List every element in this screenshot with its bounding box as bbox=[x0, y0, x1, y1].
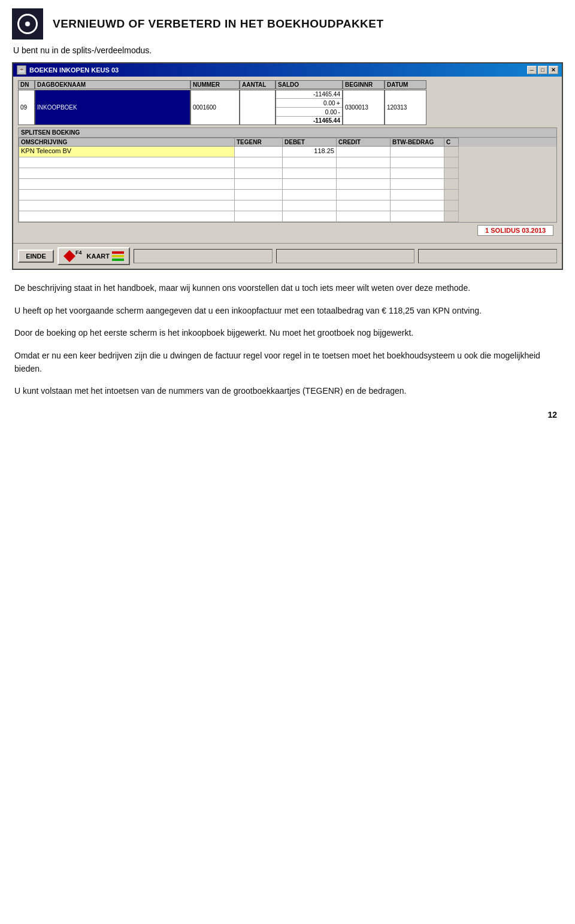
sr-c-4 bbox=[444, 190, 459, 200]
solidus-line: 1 SOLIDUS 03.2013 bbox=[18, 223, 557, 238]
col-header-dagboeknaam: DAGBOEKNAAM bbox=[35, 80, 190, 89]
field-dagboeknaam[interactable]: INKOOPBOEK bbox=[35, 90, 190, 125]
sr-credit-0[interactable] bbox=[336, 147, 390, 157]
page-number-container: 12 bbox=[0, 410, 575, 420]
dialog-body: DN DAGBOEKNAAM NUMMER AANTAL SALDO bbox=[13, 77, 562, 243]
sr-credit-3[interactable] bbox=[336, 179, 390, 190]
subtitle: U bent nu in de splits-/verdeelmodus. bbox=[12, 45, 563, 55]
sr-credit-6[interactable] bbox=[336, 211, 390, 222]
sr-btw-6[interactable] bbox=[390, 211, 444, 222]
splitsen-col-credit: CREDIT bbox=[336, 138, 390, 147]
einde-button[interactable]: EINDE bbox=[18, 250, 54, 263]
page-title: VERNIEUWD OF VERBETERD IN HET BOEKHOUDPA… bbox=[53, 17, 384, 31]
sr-credit-2[interactable] bbox=[336, 168, 390, 179]
sr-btw-3[interactable] bbox=[390, 179, 444, 190]
page-header: VERNIEUWD OF VERBETERD IN HET BOEKHOUDPA… bbox=[0, 0, 575, 45]
dialog-footer: EINDE F4 KAART bbox=[13, 243, 562, 269]
saldo-minus-row: 0.00 - bbox=[276, 108, 342, 117]
saldo-total: -11465.44 bbox=[276, 117, 342, 124]
main-content: U bent nu in de splits-/verdeelmodus. ☕ … bbox=[0, 45, 575, 398]
sr-debet-6[interactable] bbox=[282, 211, 336, 222]
spacer-1 bbox=[134, 249, 273, 263]
splitsen-row-5 bbox=[19, 200, 556, 211]
f4-label: F4 bbox=[75, 250, 82, 256]
field-nummer[interactable]: 0001600 bbox=[190, 90, 240, 125]
splitsen-col-btw: BTW-BEDRAG bbox=[390, 138, 444, 147]
splitsen-col-c: C bbox=[444, 138, 459, 147]
sr-c-5 bbox=[444, 200, 459, 211]
sr-debet-1[interactable] bbox=[282, 157, 336, 168]
splitsen-title: SPLITSEN BOEKING bbox=[19, 128, 556, 138]
close-button[interactable]: ✕ bbox=[549, 66, 558, 74]
sr-credit-5[interactable] bbox=[336, 200, 390, 211]
sr-debet-0[interactable]: 118.25 bbox=[282, 147, 336, 157]
sr-omschrijving-2[interactable] bbox=[19, 168, 234, 179]
sr-btw-1[interactable] bbox=[390, 157, 444, 168]
splitsen-header-row: OMSCHRIJVING TEGENR DEBET CREDIT BTW-BED… bbox=[19, 138, 556, 147]
sr-tegenr-0[interactable] bbox=[234, 147, 282, 157]
sr-omschrijving-6[interactable] bbox=[19, 211, 234, 222]
form-header-row: DN DAGBOEKNAAM NUMMER AANTAL SALDO bbox=[18, 80, 557, 89]
sr-omschrijving-1[interactable] bbox=[19, 157, 234, 168]
dialog-icon: ☕ bbox=[17, 65, 26, 75]
splitsen-row-4 bbox=[19, 190, 556, 200]
paragraph-2: U heeft op het voorgaande scherm aangege… bbox=[14, 305, 561, 318]
diamond-icon bbox=[63, 250, 75, 262]
paragraph-3: Door de boeking op het eerste scherm is … bbox=[14, 327, 561, 340]
splitsen-col-tegenr: TEGENR bbox=[234, 138, 282, 147]
field-dn: 09 bbox=[18, 90, 35, 125]
field-aantal[interactable] bbox=[240, 90, 276, 125]
col-header-beginnr: BEGINNR bbox=[343, 80, 385, 89]
dialog-title: BOEKEN INKOPEN KEUS 03 bbox=[29, 66, 119, 74]
saldo-plus-value: 0.00 bbox=[278, 100, 335, 107]
splitsen-row-6 bbox=[19, 211, 556, 222]
body-text: De beschrijving staat in het handboek, m… bbox=[12, 282, 563, 398]
sr-omschrijving-0[interactable]: KPN Telecom BV bbox=[19, 147, 234, 157]
sr-omschrijving-3[interactable] bbox=[19, 179, 234, 190]
sr-btw-0[interactable] bbox=[390, 147, 444, 157]
sr-c-2 bbox=[444, 168, 459, 179]
paragraph-4: Omdat er nu een keer bedrijven zijn die … bbox=[14, 349, 561, 375]
solidus-badge: 1 SOLIDUS 03.2013 bbox=[477, 225, 553, 236]
page-number: 12 bbox=[547, 410, 557, 420]
sr-btw-4[interactable] bbox=[390, 190, 444, 200]
form-data-row: 09 INKOOPBOEK 0001600 -11465.44 0.00 + 0… bbox=[18, 90, 557, 125]
sr-btw-5[interactable] bbox=[390, 200, 444, 211]
minus-sign: - bbox=[338, 108, 340, 116]
kaart-label: KAART bbox=[87, 253, 110, 260]
f4-kaart-button[interactable]: F4 KAART bbox=[58, 247, 130, 265]
sr-debet-2[interactable] bbox=[282, 168, 336, 179]
sr-tegenr-2[interactable] bbox=[234, 168, 282, 179]
sr-tegenr-4[interactable] bbox=[234, 190, 282, 200]
minimize-button[interactable]: ─ bbox=[527, 66, 537, 74]
saldo-minus-value: 0.00 bbox=[278, 109, 337, 116]
sr-tegenr-3[interactable] bbox=[234, 179, 282, 190]
sr-omschrijving-4[interactable] bbox=[19, 190, 234, 200]
titlebar-controls[interactable]: ─ □ ✕ bbox=[527, 66, 558, 74]
paragraph-1: De beschrijving staat in het handboek, m… bbox=[14, 282, 561, 295]
logo-circle bbox=[17, 14, 38, 34]
sr-credit-1[interactable] bbox=[336, 157, 390, 168]
plus-sign: + bbox=[337, 99, 340, 107]
sr-btw-2[interactable] bbox=[390, 168, 444, 179]
sr-debet-5[interactable] bbox=[282, 200, 336, 211]
splitsen-col-omschrijving: OMSCHRIJVING bbox=[19, 138, 234, 147]
col-header-aantal: AANTAL bbox=[240, 80, 276, 89]
bar-red bbox=[112, 251, 124, 254]
splitsen-col-debet: DEBET bbox=[282, 138, 336, 147]
sr-debet-3[interactable] bbox=[282, 179, 336, 190]
spacer-3 bbox=[418, 249, 557, 263]
sr-tegenr-6[interactable] bbox=[234, 211, 282, 222]
bar-green bbox=[112, 259, 124, 261]
top-form-grid: DN DAGBOEKNAAM NUMMER AANTAL SALDO bbox=[18, 80, 557, 125]
sr-debet-4[interactable] bbox=[282, 190, 336, 200]
sr-omschrijving-5[interactable] bbox=[19, 200, 234, 211]
dialog-box: ☕ BOEKEN INKOPEN KEUS 03 ─ □ ✕ DN DAGBOE… bbox=[12, 62, 563, 270]
field-beginnr[interactable]: 0300013 bbox=[343, 90, 385, 125]
sr-credit-4[interactable] bbox=[336, 190, 390, 200]
sr-tegenr-5[interactable] bbox=[234, 200, 282, 211]
maximize-button[interactable]: □ bbox=[538, 66, 547, 74]
field-datum[interactable]: 120313 bbox=[385, 90, 426, 125]
paragraph-5: U kunt volstaan met het intoetsen van de… bbox=[14, 385, 561, 398]
sr-tegenr-1[interactable] bbox=[234, 157, 282, 168]
